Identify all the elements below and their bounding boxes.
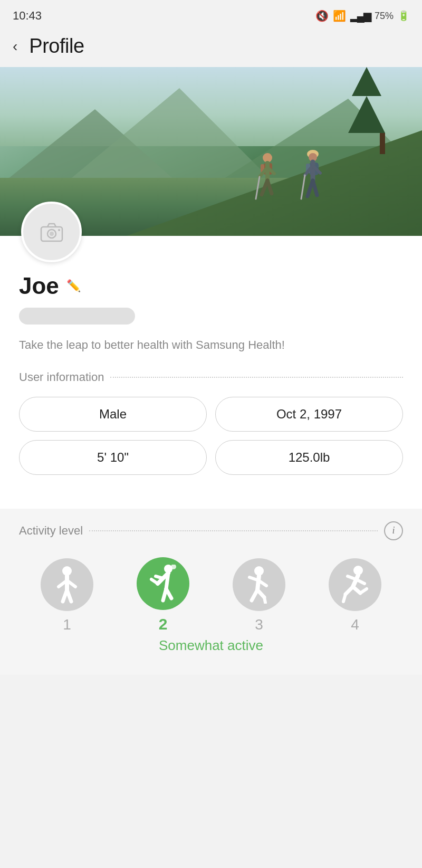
user-info-header: User information — [19, 370, 403, 384]
svg-line-32 — [156, 576, 163, 578]
camera-icon — [40, 222, 63, 243]
activity-level-4[interactable]: 4 — [329, 558, 381, 633]
activity-level-1[interactable]: 1 — [41, 558, 93, 633]
running-figure-icon — [340, 566, 370, 604]
signal-icon: ▂▄▆ — [350, 9, 370, 22]
svg-line-7 — [267, 180, 272, 194]
name-row: Joe ✏️ — [19, 273, 403, 299]
hero-section — [0, 67, 422, 236]
activity-number-2: 2 — [159, 615, 168, 633]
activity-circle-4 — [329, 558, 381, 611]
back-button[interactable]: ‹ — [8, 36, 22, 57]
hikers — [253, 149, 327, 204]
user-info-label: User information — [19, 370, 104, 384]
hiker-1 — [253, 151, 282, 204]
height-pill[interactable]: 5' 10" — [19, 440, 207, 475]
profile-info: Joe ✏️ Take the leap to better health wi… — [0, 236, 422, 509]
standing-figure-icon — [53, 566, 81, 604]
svg-line-8 — [256, 177, 260, 199]
tree-decoration — [364, 83, 401, 154]
bending-figure-icon — [148, 565, 178, 603]
health-tagline: Take the leap to better health with Sams… — [19, 337, 403, 354]
user-info-grid: Male Oct 2, 1997 5' 10" 125.0lb — [19, 397, 403, 475]
weight-pill[interactable]: 125.0lb — [215, 440, 403, 475]
mute-icon: 🔇 — [315, 9, 329, 22]
content-area: Joe ✏️ Take the leap to better health wi… — [0, 236, 422, 675]
wifi-icon: 📶 — [333, 9, 346, 22]
edit-name-button[interactable]: ✏️ — [66, 279, 81, 293]
top-nav: ‹ Profile — [0, 30, 422, 67]
svg-line-28 — [67, 590, 71, 602]
activity-number-3: 3 — [255, 616, 263, 633]
status-icons: 🔇 📶 ▂▄▆ 75% 🔋 — [315, 9, 409, 22]
activity-level-2[interactable]: 2 — [137, 557, 189, 633]
activity-level-3[interactable]: 3 — [233, 558, 285, 633]
svg-line-38 — [257, 576, 259, 590]
svg-line-17 — [313, 180, 317, 195]
user-info-divider — [110, 377, 403, 378]
svg-line-34 — [166, 573, 168, 589]
dob-pill[interactable]: Oct 2, 1997 — [215, 397, 403, 432]
activity-section: Activity level i 1 — [0, 509, 422, 675]
activity-label-row: Activity level i — [19, 521, 403, 540]
activity-status-text: Somewhat active — [19, 637, 403, 654]
svg-point-21 — [50, 232, 54, 236]
svg-line-47 — [356, 579, 365, 584]
battery-text: 75% — [375, 11, 394, 22]
activity-info-button[interactable]: i — [384, 521, 403, 540]
svg-line-18 — [301, 175, 305, 199]
gender-pill[interactable]: Male — [19, 397, 207, 432]
status-pill — [19, 308, 135, 325]
activity-number-4: 4 — [351, 616, 359, 633]
page-title: Profile — [29, 35, 84, 58]
avatar-camera-button[interactable] — [21, 202, 82, 262]
svg-line-43 — [264, 597, 265, 603]
activity-icons-row: 1 — [19, 557, 403, 633]
svg-line-33 — [151, 579, 158, 584]
activity-circle-3 — [233, 558, 285, 611]
hiker-2 — [298, 149, 327, 204]
status-bar: 10:43 🔇 📶 ▂▄▆ 75% 🔋 — [0, 0, 422, 30]
battery-icon: 🔋 — [398, 10, 409, 22]
svg-line-49 — [343, 594, 346, 602]
walking-figure-icon — [245, 566, 273, 604]
status-time: 10:43 — [13, 9, 42, 23]
svg-point-22 — [58, 229, 60, 231]
activity-circle-1 — [41, 558, 93, 611]
activity-number-1: 1 — [63, 616, 71, 633]
user-name: Joe — [19, 273, 59, 299]
svg-line-36 — [166, 589, 171, 598]
activity-label: Activity level — [19, 524, 83, 538]
activity-divider — [89, 530, 378, 531]
activity-circle-2 — [137, 557, 189, 610]
svg-line-51 — [360, 589, 367, 593]
